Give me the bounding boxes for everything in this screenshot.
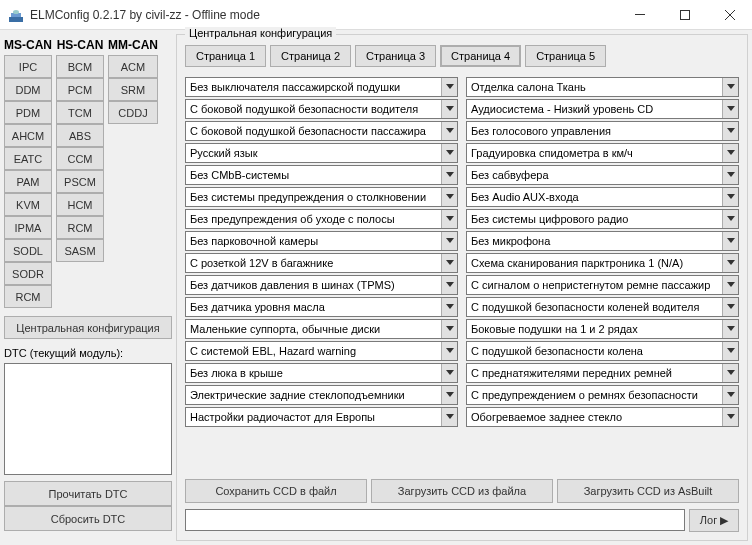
module-rcm[interactable]: RCM <box>4 285 52 308</box>
load-asbuilt-button[interactable]: Загрузить CCD из AsBuilt <box>557 479 739 503</box>
config-combo-r9-c1[interactable]: С сигналом о непристегнутом ремне пассаж… <box>466 275 739 295</box>
module-rcm[interactable]: RCM <box>56 216 104 239</box>
config-combo-r2-c0[interactable]: С боковой подушкой безопасности пассажир… <box>185 121 458 141</box>
chevron-down-icon <box>441 100 457 118</box>
config-combo-r9-c0[interactable]: Без датчиков давления в шинах (TPMS) <box>185 275 458 295</box>
combo-value: Настройки радиочастот для Европы <box>186 411 441 423</box>
chevron-down-icon <box>441 276 457 294</box>
chevron-down-icon <box>441 298 457 316</box>
dtc-textarea[interactable] <box>4 363 172 475</box>
tab-page-3[interactable]: Страница 3 <box>355 45 436 67</box>
config-combo-r10-c1[interactable]: С подушкой безопасности коленей водителя <box>466 297 739 317</box>
chevron-down-icon <box>722 144 738 162</box>
tab-page-5[interactable]: Страница 5 <box>525 45 606 67</box>
module-sodl[interactable]: SODL <box>4 239 52 262</box>
module-pcm[interactable]: PCM <box>56 78 104 101</box>
combo-value: С предупреждением о ремнях безопасности <box>467 389 722 401</box>
chevron-down-icon <box>441 144 457 162</box>
chevron-down-icon <box>441 408 457 426</box>
close-button[interactable] <box>707 0 752 30</box>
config-combo-r14-c0[interactable]: Электрические задние стеклоподъемники <box>185 385 458 405</box>
config-combo-r0-c1[interactable]: Отделка салона Ткань <box>466 77 739 97</box>
chevron-down-icon <box>441 122 457 140</box>
config-combo-r0-c0[interactable]: Без выключателя пассажирской подушки <box>185 77 458 97</box>
module-eatc[interactable]: EATC <box>4 147 52 170</box>
chevron-down-icon <box>441 342 457 360</box>
combo-value: С сигналом о непристегнутом ремне пассаж… <box>467 279 722 291</box>
config-combo-r12-c1[interactable]: С подушкой безопасности колена <box>466 341 739 361</box>
load-ccd-button[interactable]: Загрузить CCD из файла <box>371 479 553 503</box>
config-combo-r4-c0[interactable]: Без CMbB-системы <box>185 165 458 185</box>
module-acm[interactable]: ACM <box>108 55 158 78</box>
log-button[interactable]: Лог ▶ <box>689 509 739 532</box>
config-combo-r3-c0[interactable]: Русский язык <box>185 143 458 163</box>
tab-page-2[interactable]: Страница 2 <box>270 45 351 67</box>
combo-value: Без системы цифрового радио <box>467 213 722 225</box>
config-combo-r11-c0[interactable]: Маленькие суппорта, обычные диски <box>185 319 458 339</box>
module-ddm[interactable]: DDM <box>4 78 52 101</box>
combo-value: Русский язык <box>186 147 441 159</box>
col-head-mm-can: MM-CAN <box>108 34 158 55</box>
save-ccd-button[interactable]: Сохранить CCD в файл <box>185 479 367 503</box>
config-combo-r5-c0[interactable]: Без системы предупреждения о столкновени… <box>185 187 458 207</box>
config-combo-r14-c1[interactable]: С предупреждением о ремнях безопасности <box>466 385 739 405</box>
module-srm[interactable]: SRM <box>108 78 158 101</box>
combo-value: Аудиосистема - Низкий уровень CD <box>467 103 722 115</box>
minimize-button[interactable] <box>617 0 662 30</box>
chevron-down-icon <box>722 188 738 206</box>
combo-value: Без микрофона <box>467 235 722 247</box>
config-combo-r13-c1[interactable]: С преднатяжителями передних ремней <box>466 363 739 383</box>
titlebar: ELMConfig 0.2.17 by civil-zz - Offline m… <box>0 0 752 30</box>
read-dtc-button[interactable]: Прочитать DTC <box>4 481 172 506</box>
module-ipc[interactable]: IPC <box>4 55 52 78</box>
module-ahcm[interactable]: AHCM <box>4 124 52 147</box>
config-combo-r6-c0[interactable]: Без предупреждения об уходе с полосы <box>185 209 458 229</box>
config-combo-r7-c0[interactable]: Без парковочной камеры <box>185 231 458 251</box>
config-combo-r5-c1[interactable]: Без Audio AUX-входа <box>466 187 739 207</box>
config-combo-r1-c1[interactable]: Аудиосистема - Низкий уровень CD <box>466 99 739 119</box>
chevron-down-icon <box>441 78 457 96</box>
chevron-down-icon <box>722 78 738 96</box>
combo-value: Без датчика уровня масла <box>186 301 441 313</box>
config-combo-r6-c1[interactable]: Без системы цифрового радио <box>466 209 739 229</box>
reset-dtc-button[interactable]: Сбросить DTC <box>4 506 172 531</box>
module-pam[interactable]: PAM <box>4 170 52 193</box>
config-combo-r15-c0[interactable]: Настройки радиочастот для Европы <box>185 407 458 427</box>
config-combo-r13-c0[interactable]: Без люка в крыше <box>185 363 458 383</box>
chevron-down-icon <box>722 298 738 316</box>
config-combo-r15-c1[interactable]: Обогреваемое заднее стекло <box>466 407 739 427</box>
module-pscm[interactable]: PSCM <box>56 170 104 193</box>
central-config-fieldset: Центральная конфигурация Страница 1Стран… <box>176 34 748 541</box>
chevron-down-icon <box>722 276 738 294</box>
config-combo-r2-c1[interactable]: Без голосового управления <box>466 121 739 141</box>
module-abs[interactable]: ABS <box>56 124 104 147</box>
module-kvm[interactable]: KVM <box>4 193 52 216</box>
config-combo-r8-c0[interactable]: С розеткой 12V в багажнике <box>185 253 458 273</box>
central-config-button[interactable]: Центральная конфигурация <box>4 316 172 339</box>
config-combo-r12-c0[interactable]: С системой EBL, Hazard warning <box>185 341 458 361</box>
combo-value: С боковой подушкой безопасности пассажир… <box>186 125 441 137</box>
config-combo-r11-c1[interactable]: Боковые подушки на 1 и 2 рядах <box>466 319 739 339</box>
chevron-down-icon <box>722 232 738 250</box>
module-bcm[interactable]: BCM <box>56 55 104 78</box>
module-sasm[interactable]: SASM <box>56 239 104 262</box>
config-combo-r8-c1[interactable]: Схема сканирования парктроника 1 (N/A) <box>466 253 739 273</box>
log-input[interactable] <box>185 509 685 531</box>
config-combo-r1-c0[interactable]: С боковой подушкой безопасности водителя <box>185 99 458 119</box>
module-ccm[interactable]: CCM <box>56 147 104 170</box>
tab-page-1[interactable]: Страница 1 <box>185 45 266 67</box>
config-combo-r10-c0[interactable]: Без датчика уровня масла <box>185 297 458 317</box>
config-combo-r3-c1[interactable]: Градуировка спидометра в км/ч <box>466 143 739 163</box>
module-ipma[interactable]: IPMA <box>4 216 52 239</box>
maximize-button[interactable] <box>662 0 707 30</box>
config-combo-r7-c1[interactable]: Без микрофона <box>466 231 739 251</box>
module-sodr[interactable]: SODR <box>4 262 52 285</box>
chevron-down-icon <box>441 166 457 184</box>
chevron-down-icon <box>722 320 738 338</box>
module-pdm[interactable]: PDM <box>4 101 52 124</box>
module-tcm[interactable]: TCM <box>56 101 104 124</box>
tab-page-4[interactable]: Страница 4 <box>440 45 521 67</box>
module-hcm[interactable]: HCM <box>56 193 104 216</box>
module-cddj[interactable]: CDDJ <box>108 101 158 124</box>
config-combo-r4-c1[interactable]: Без сабвуфера <box>466 165 739 185</box>
